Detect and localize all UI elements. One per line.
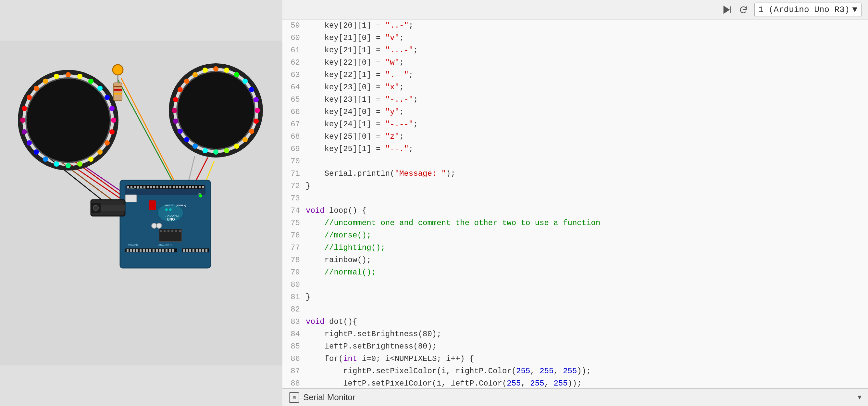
run-button[interactable] [721,4,732,16]
table-row: 61 key[21][1] = "...-"; [282,44,868,57]
svg-point-43 [249,87,254,92]
svg-rect-120 [153,249,155,252]
line-content: rightP.setBrightness(80); [306,328,441,340]
table-row: 80 [282,279,868,291]
svg-point-25 [66,163,71,168]
svg-point-22 [97,149,102,154]
line-number: 78 [282,254,306,266]
line-content: key[24][0] = "y"; [306,106,404,118]
line-content: key[20][1] = "..-"; [306,20,413,32]
line-content: } [306,291,310,303]
svg-point-19 [111,118,116,123]
svg-marker-146 [723,6,729,13]
line-content: rainbow(); [306,254,371,266]
device-selector[interactable]: 1 (Arduino Uno R3) ▼ [754,3,862,17]
table-row: 84 rightP.setBrightness(80); [282,328,868,340]
table-row: 74void loop() { [282,205,868,217]
svg-point-36 [54,74,59,79]
svg-rect-108 [172,230,173,232]
code-area[interactable]: 59 key[20][1] = "..-";60 key[21][0] = "v… [282,20,868,388]
table-row: 69 key[25][1] = "--."; [282,143,868,155]
svg-point-103 [156,223,162,228]
line-number: 74 [282,205,306,217]
svg-rect-86 [173,186,175,188]
svg-point-21 [104,140,110,146]
line-content: rightP.setPixelColor(i, rightP.Color(255… [306,365,591,377]
table-row: 73 [282,192,868,205]
line-number: 83 [282,316,306,328]
svg-rect-87 [176,186,178,188]
table-row: 81} [282,291,868,303]
line-number: 65 [282,93,306,106]
table-row: 71 Serial.println("Message: "); [282,168,868,180]
serial-monitor-icon: ⊟ [289,393,299,403]
svg-point-20 [110,129,115,135]
reload-button[interactable] [738,4,749,16]
serial-monitor-expand-button[interactable]: ▲ [858,394,862,401]
svg-text:ARDUINO: ARDUINO [165,214,179,217]
svg-rect-80 [153,186,155,188]
line-content [306,192,310,205]
svg-point-13 [66,72,71,77]
line-number: 86 [282,353,306,365]
line-content: key[22][1] = ".--"; [306,69,413,81]
svg-rect-140 [189,249,191,252]
table-row: 65 key[23][1] = "-..-"; [282,93,868,106]
svg-point-16 [97,86,102,91]
svg-rect-138 [183,249,185,252]
table-row: 67 key[24][1] = "-.--"; [282,118,868,130]
svg-rect-126 [172,249,174,252]
svg-point-53 [192,144,198,149]
svg-point-26 [54,162,59,167]
svg-rect-141 [192,249,194,252]
svg-point-33 [27,95,32,100]
svg-point-49 [234,144,239,149]
svg-point-17 [104,95,110,100]
code-lines: 59 key[20][1] = "..-";60 key[21][0] = "v… [282,20,868,388]
table-row: 77 //lighting(); [282,242,868,254]
svg-rect-107 [167,230,169,232]
table-row: 75 //uncomment one and comment the other… [282,217,868,229]
svg-rect-81 [156,186,158,188]
table-row: 79 //normal(); [282,266,868,279]
svg-rect-112 [127,249,128,252]
table-row: 86 for(int i=0; i<NUMPIXELS; i++) { [282,353,868,365]
svg-rect-79 [150,186,152,188]
serial-monitor-bar[interactable]: ⊟ Serial Monitor ▲ [282,388,868,406]
svg-point-102 [152,223,157,228]
svg-rect-110 [179,230,181,232]
line-content: for(int i=0; i<NUMPIXELS; i++) { [306,353,474,365]
svg-point-27 [43,156,48,162]
svg-point-44 [253,97,259,102]
table-row: 72} [282,180,868,192]
svg-point-38 [177,71,255,149]
svg-point-58 [173,97,178,102]
line-content: key[25][0] = "z"; [306,130,404,143]
svg-rect-113 [130,249,132,252]
svg-rect-85 [169,186,172,188]
svg-rect-106 [164,230,165,232]
line-content: key[25][1] = "--."; [306,143,413,155]
svg-rect-144 [202,249,204,252]
line-content: void loop() { [306,205,367,217]
svg-point-45 [255,108,260,113]
svg-point-50 [224,148,229,153]
svg-point-63 [113,65,123,75]
svg-point-62 [203,67,208,73]
svg-point-51 [213,149,218,154]
svg-rect-122 [159,249,161,252]
svg-rect-83 [163,186,165,188]
svg-rect-65 [114,83,122,101]
svg-rect-105 [160,230,162,232]
svg-rect-123 [162,249,164,252]
svg-rect-92 [192,186,194,188]
table-row: 66 key[24][0] = "y"; [282,106,868,118]
line-content: key[21][0] = "v"; [306,32,404,44]
svg-point-32 [22,106,27,111]
svg-rect-115 [136,249,138,252]
svg-rect-104 [159,229,182,241]
svg-text:UNO: UNO [167,217,175,221]
svg-point-39 [213,66,218,71]
svg-rect-101 [125,195,137,202]
svg-rect-68 [114,93,122,94]
